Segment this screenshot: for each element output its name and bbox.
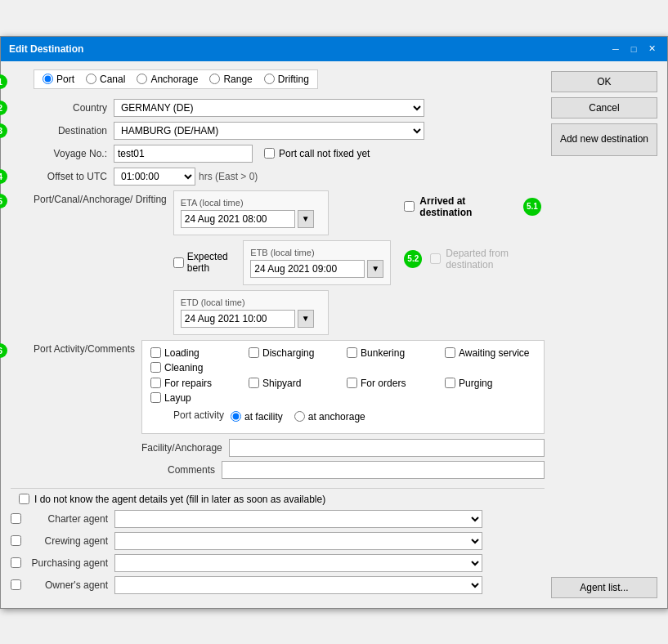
- offset-select[interactable]: 01:00:00: [114, 168, 195, 186]
- destination-type-group: Port Canal Anchorage Range: [34, 69, 318, 89]
- at-anchorage-radio[interactable]: [294, 411, 305, 422]
- close-button[interactable]: ✕: [644, 42, 659, 56]
- comments-row: Comments: [141, 461, 545, 479]
- radio-drifting[interactable]: Drifting: [264, 74, 309, 85]
- add-new-destination-button[interactable]: Add new destination: [551, 123, 657, 156]
- unknown-agent-label[interactable]: I do not know the agent details yet (fil…: [19, 494, 325, 505]
- unknown-agent-checkbox[interactable]: [19, 494, 29, 504]
- radio-range[interactable]: Range: [209, 74, 252, 85]
- ok-button[interactable]: OK: [551, 71, 657, 92]
- radio-port-input[interactable]: [43, 74, 53, 84]
- radio-drifting-input[interactable]: [264, 74, 275, 84]
- port-call-checkbox[interactable]: [264, 148, 275, 159]
- activity-orders[interactable]: For orders: [347, 378, 437, 389]
- dates-and-arrived: ETA (local time) ▼ Expected berth: [173, 190, 545, 335]
- etd-input[interactable]: [181, 310, 295, 328]
- activity-layup[interactable]: Layup: [150, 392, 240, 404]
- purchasing-agent-checkbox[interactable]: [11, 557, 21, 568]
- activities-row-1: Loading Discharging Bunkering: [150, 347, 536, 373]
- charter-agent-checkbox[interactable]: [11, 513, 21, 524]
- maximize-button[interactable]: □: [626, 42, 641, 56]
- eta-input[interactable]: [181, 210, 295, 228]
- eta-section: ETA (local time) ▼: [173, 190, 329, 235]
- radio-at-anchorage[interactable]: at anchorage: [294, 411, 365, 423]
- destination-row: 3 Destination HAMBURG (DE/HAM): [11, 122, 545, 140]
- crewing-agent-checkbox[interactable]: [11, 535, 21, 546]
- badge-51: 5.1: [523, 198, 541, 216]
- cleaning-checkbox[interactable]: [150, 362, 161, 373]
- radio-at-facility[interactable]: at facility: [231, 411, 283, 423]
- port-activity-label: Port Activity/Comments: [34, 340, 135, 355]
- arrived-checkbox[interactable]: [404, 201, 415, 212]
- discharging-checkbox[interactable]: [249, 347, 259, 358]
- owners-agent-checkbox[interactable]: [11, 579, 21, 590]
- destination-select[interactable]: HAMBURG (DE/HAM): [114, 122, 424, 140]
- purging-checkbox[interactable]: [445, 378, 455, 388]
- charter-agent-select[interactable]: [114, 510, 482, 528]
- purchasing-agent-select[interactable]: [114, 554, 482, 572]
- voyage-input[interactable]: [114, 145, 253, 163]
- etd-row: ▼: [181, 310, 321, 328]
- activity-awaiting[interactable]: Awaiting service: [445, 347, 535, 359]
- radio-port[interactable]: Port: [43, 74, 74, 85]
- activity-shipyard[interactable]: Shipyard: [249, 378, 338, 389]
- destination-label: Destination: [34, 125, 107, 136]
- port-canal-label: Port/Canal/Anchorage/ Drifting: [34, 190, 167, 207]
- agent-list-button[interactable]: Agent list...: [551, 577, 657, 598]
- expected-berth-label[interactable]: Expected berth: [173, 251, 239, 274]
- crewing-agent-select[interactable]: [114, 532, 482, 550]
- layup-checkbox[interactable]: [150, 392, 161, 403]
- radio-range-input[interactable]: [209, 74, 220, 84]
- etd-calendar-button[interactable]: ▼: [298, 310, 314, 328]
- etb-section: ETB (local time) ▼: [243, 240, 391, 285]
- shipyard-checkbox[interactable]: [249, 378, 259, 388]
- minimize-button[interactable]: ─: [608, 42, 623, 56]
- loading-checkbox[interactable]: [150, 347, 161, 358]
- bunkering-checkbox[interactable]: [347, 347, 357, 358]
- etd-label: ETD (local time): [181, 297, 321, 307]
- etb-row: Expected berth ETB (local time) ▼: [173, 240, 392, 285]
- right-buttons: OK Cancel Add new destination Agent list…: [551, 69, 657, 598]
- owners-agent-select[interactable]: [114, 576, 482, 594]
- port-activity-sub-label: Port activity: [150, 409, 224, 421]
- activity-cleaning[interactable]: Cleaning: [150, 362, 240, 373]
- activity-loading[interactable]: Loading: [150, 347, 240, 359]
- expected-berth-checkbox[interactable]: [173, 257, 184, 268]
- radio-anchorage[interactable]: Anchorage: [137, 74, 198, 85]
- activity-repairs[interactable]: For repairs: [150, 378, 240, 389]
- badge-4: 4: [0, 169, 7, 184]
- orders-checkbox[interactable]: [347, 378, 357, 388]
- radio-canal[interactable]: Canal: [86, 74, 125, 85]
- activity-bunkering[interactable]: Bunkering: [347, 347, 437, 359]
- port-call-label[interactable]: Port call not fixed yet: [264, 148, 370, 159]
- cancel-button[interactable]: Cancel: [551, 97, 657, 119]
- port-activity-radio-row: Port activity at facility at anchorage: [150, 408, 536, 423]
- purchasing-agent-label: Purchasing agent: [26, 557, 108, 569]
- crewing-agent-label: Crewing agent: [26, 535, 108, 547]
- owners-agent-row: Owner's agent: [11, 576, 545, 594]
- etb-label: ETB (local time): [250, 248, 383, 257]
- arrived-label[interactable]: Arrived at destination: [404, 195, 518, 218]
- title-bar: Edit Destination ─ □ ✕: [1, 37, 667, 61]
- awaiting-checkbox[interactable]: [445, 347, 455, 358]
- eta-calendar-button[interactable]: ▼: [298, 210, 314, 228]
- facility-input[interactable]: [229, 439, 545, 457]
- unknown-agent-row: I do not know the agent details yet (fil…: [11, 494, 545, 505]
- facility-label: Facility/Anchorage: [141, 442, 222, 454]
- offset-label: Offset to UTC: [34, 171, 107, 182]
- repairs-checkbox[interactable]: [150, 378, 161, 388]
- edit-destination-window: Edit Destination ─ □ ✕ 1 Port Canal: [0, 36, 668, 609]
- etb-input[interactable]: [250, 260, 365, 278]
- comments-input[interactable]: [222, 461, 545, 479]
- radio-canal-input[interactable]: [86, 74, 96, 84]
- charter-agent-row: Charter agent: [11, 510, 545, 528]
- at-facility-radio[interactable]: [231, 411, 241, 422]
- departed-checkbox[interactable]: [430, 253, 441, 264]
- country-select[interactable]: GERMANY (DE): [114, 99, 424, 117]
- activity-discharging[interactable]: Discharging: [249, 347, 338, 359]
- departed-label[interactable]: Departed from destination: [430, 248, 545, 271]
- badge-6: 6: [0, 343, 7, 358]
- activity-purging[interactable]: Purging: [445, 378, 535, 389]
- etb-calendar-button[interactable]: ▼: [367, 260, 383, 278]
- radio-anchorage-input[interactable]: [137, 74, 147, 84]
